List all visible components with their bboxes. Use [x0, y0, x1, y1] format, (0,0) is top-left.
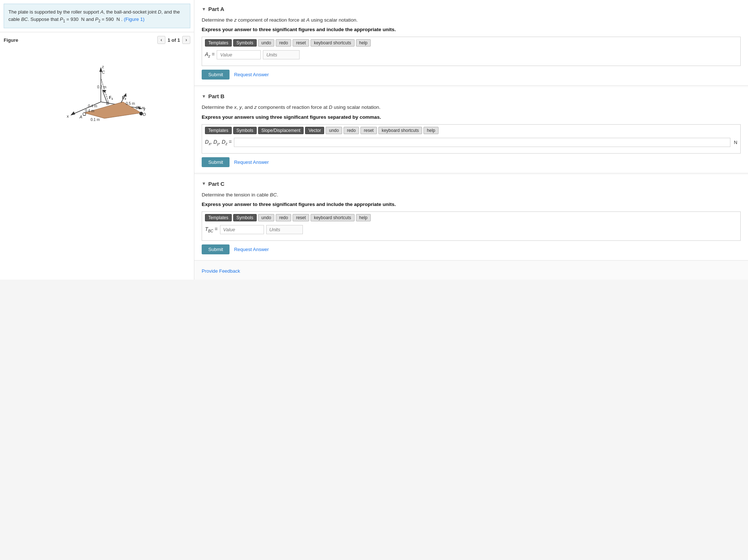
part-a-input-row: Az =: [205, 49, 737, 61]
part-b-vector-btn[interactable]: Vector: [305, 127, 324, 134]
part-a-instruction: Express your answer to three significant…: [202, 27, 741, 32]
part-b-symbols-btn[interactable]: Symbols: [233, 127, 257, 134]
figure-pagination: 1 of 1: [168, 37, 180, 43]
svg-text:0.4 m: 0.4 m: [88, 104, 97, 108]
part-b-request-answer-button[interactable]: Request Answer: [234, 159, 269, 165]
svg-text:D: D: [143, 112, 146, 117]
figure-label: Figure: [4, 37, 18, 43]
part-a-templates-btn[interactable]: Templates: [205, 39, 232, 47]
part-c-symbols-btn[interactable]: Symbols: [233, 214, 257, 221]
part-c-section: ▼ Part C Determine the tension in cable …: [194, 175, 748, 261]
part-b-redo-btn[interactable]: redo: [344, 127, 359, 134]
svg-text:0.2 m: 0.2 m: [97, 85, 106, 89]
svg-text:0.5 m: 0.5 m: [126, 102, 135, 106]
svg-text:0.1 m: 0.1 m: [91, 118, 100, 122]
part-b-templates-btn[interactable]: Templates: [205, 127, 232, 134]
part-c-instruction: Express your answer to three significant…: [202, 202, 741, 207]
part-b-instruction: Express your answers using three signifi…: [202, 114, 741, 120]
part-c-request-answer-button[interactable]: Request Answer: [234, 247, 269, 252]
part-b-input-box: Templates Symbols Slope/Displacement Vec…: [202, 124, 741, 154]
part-c-redo-btn[interactable]: redo: [276, 214, 291, 221]
part-a-submit-button[interactable]: Submit: [202, 70, 230, 80]
part-a-math-label: Az =: [205, 51, 214, 58]
svg-text:z: z: [102, 65, 104, 69]
part-c-toolbar: Templates Symbols undo redo reset keyboa…: [205, 214, 737, 221]
part-c-submit-button[interactable]: Submit: [202, 244, 230, 254]
part-c-units-input[interactable]: [266, 225, 303, 234]
part-b-section: ▼ Part B Determine the x, y, and z compo…: [194, 87, 748, 173]
figure-area: Figure ‹ 1 of 1 › z x y: [0, 32, 194, 280]
svg-text:0.4 m: 0.4 m: [85, 109, 94, 113]
part-c-description: Determine the tension in cable BC.: [202, 191, 741, 199]
part-b-math-label: Dx, Dy, Dz =: [205, 139, 232, 146]
part-a-action-row: Submit Request Answer: [202, 70, 741, 80]
part-c-keyboard-btn[interactable]: keyboard shortcuts: [311, 214, 354, 221]
figure-link[interactable]: (Figure 1): [124, 16, 144, 22]
problem-statement: The plate is supported by the roller sup…: [4, 4, 190, 28]
part-c-undo-btn[interactable]: undo: [258, 214, 275, 221]
svg-text:0.3 m: 0.3 m: [136, 106, 145, 110]
part-a-input-box: Templates Symbols undo redo reset keyboa…: [202, 37, 741, 66]
part-b-value-input[interactable]: [234, 138, 730, 147]
part-b-keyboard-btn[interactable]: keyboard shortcuts: [378, 127, 422, 134]
svg-point-14: [139, 112, 143, 115]
provide-feedback-link[interactable]: Provide Feedback: [202, 268, 240, 274]
part-b-undo-btn[interactable]: undo: [326, 127, 342, 134]
part-c-input-row: TBC =: [205, 224, 737, 236]
part-b-help-btn[interactable]: help: [423, 127, 439, 134]
part-c-math-label: TBC =: [205, 226, 218, 233]
part-a-help-btn[interactable]: help: [356, 39, 371, 47]
part-c-input-box: Templates Symbols undo redo reset keyboa…: [202, 211, 741, 241]
figure-next-button[interactable]: ›: [182, 36, 190, 44]
right-panel: ▼ Part A Determine the z component of re…: [194, 0, 748, 280]
part-a-reset-btn[interactable]: reset: [293, 39, 309, 47]
part-b-input-row: Dx, Dy, Dz = N: [205, 136, 737, 148]
part-c-templates-btn[interactable]: Templates: [205, 214, 232, 221]
part-a-description: Determine the z component of reaction fo…: [202, 16, 741, 24]
part-a-keyboard-btn[interactable]: keyboard shortcuts: [311, 39, 354, 47]
part-c-arrow: ▼: [202, 181, 206, 186]
part-b-toolbar: Templates Symbols Slope/Displacement Vec…: [205, 127, 737, 134]
problem-text: The plate is supported by the roller sup…: [8, 9, 180, 22]
part-b-label: Part B: [208, 93, 224, 99]
part-b-description: Determine the x, y, and z components of …: [202, 104, 741, 111]
part-a-undo-btn[interactable]: undo: [258, 39, 275, 47]
svg-text:x: x: [67, 114, 69, 118]
part-b-reset-btn[interactable]: reset: [360, 127, 377, 134]
part-a-request-answer-button[interactable]: Request Answer: [234, 72, 269, 77]
part-a-header: ▼ Part A: [202, 6, 741, 12]
svg-text:F1: F1: [109, 95, 113, 100]
part-b-slope-btn[interactable]: Slope/Displacement: [258, 127, 304, 134]
part-a-symbols-btn[interactable]: Symbols: [233, 39, 257, 47]
part-c-header: ▼ Part C: [202, 181, 741, 187]
part-b-header: ▼ Part B: [202, 93, 741, 99]
part-b-action-row: Submit Request Answer: [202, 157, 741, 167]
figure-prev-button[interactable]: ‹: [157, 36, 165, 44]
part-b-submit-button[interactable]: Submit: [202, 157, 230, 167]
part-a-arrow: ▼: [202, 7, 206, 12]
svg-text:A: A: [79, 115, 82, 119]
part-a-label: Part A: [208, 6, 224, 12]
figure-svg-container: z x y A D B: [4, 47, 190, 128]
part-b-arrow: ▼: [202, 94, 206, 99]
feedback-section: Provide Feedback: [194, 262, 748, 280]
part-a-redo-btn[interactable]: redo: [276, 39, 291, 47]
svg-marker-4: [70, 111, 75, 115]
figure-nav: ‹ 1 of 1 ›: [157, 36, 190, 44]
part-a-toolbar: Templates Symbols undo redo reset keyboa…: [205, 39, 737, 47]
part-a-value-input[interactable]: [217, 50, 261, 59]
svg-text:C: C: [102, 70, 105, 74]
left-panel: The plate is supported by the roller sup…: [0, 0, 194, 280]
part-a-section: ▼ Part A Determine the z component of re…: [194, 0, 748, 86]
figure-svg: z x y A D B: [27, 51, 167, 124]
part-c-label: Part C: [208, 181, 224, 187]
figure-header: Figure ‹ 1 of 1 ›: [4, 36, 190, 44]
part-c-reset-btn[interactable]: reset: [293, 214, 309, 221]
part-b-unit-label: N: [734, 140, 737, 145]
part-a-units-input[interactable]: [263, 50, 300, 59]
part-c-help-btn[interactable]: help: [356, 214, 371, 221]
part-c-value-input[interactable]: [220, 225, 264, 234]
part-c-action-row: Submit Request Answer: [202, 244, 741, 254]
